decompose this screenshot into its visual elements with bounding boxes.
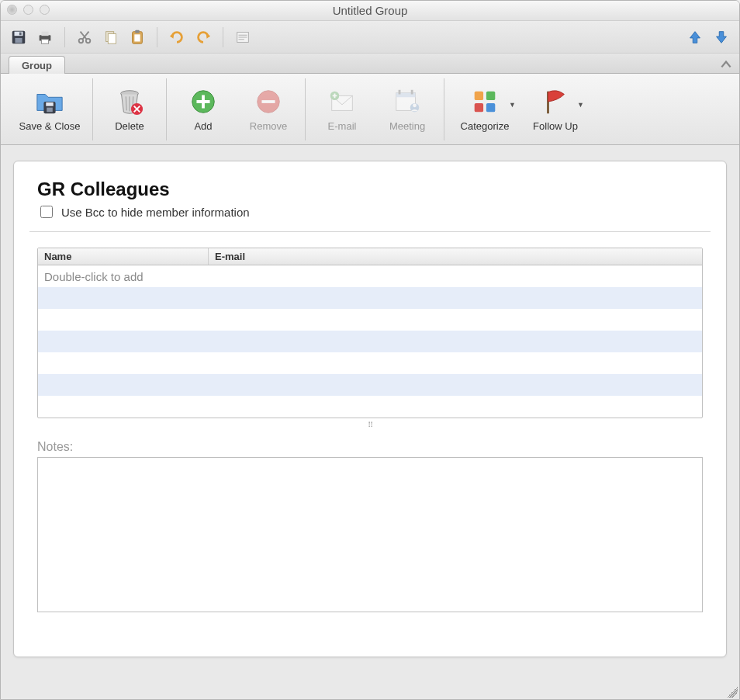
add-member-button[interactable]: Add <box>175 79 232 140</box>
categorize-label: Categorize <box>461 120 510 132</box>
calendar-meeting-icon <box>392 87 422 116</box>
remove-label: Remove <box>250 120 287 132</box>
table-body[interactable]: Double-click to add <box>38 265 702 418</box>
svg-rect-12 <box>135 29 140 33</box>
minus-circle-icon <box>254 87 283 116</box>
ribbon-group-delete: Delete <box>93 78 167 140</box>
categorize-button[interactable]: Categorize ▼ <box>452 79 517 140</box>
group-card: GR Colleagues Use Bcc to hide member inf… <box>13 161 727 657</box>
svg-rect-38 <box>475 103 483 112</box>
bcc-option-row[interactable]: Use Bcc to hide member information <box>37 203 703 220</box>
floppy-disk-icon <box>10 29 27 46</box>
divider <box>29 231 711 232</box>
paste-button[interactable] <box>126 26 149 49</box>
window-controls <box>7 5 50 15</box>
ribbon-group-file: Save & Close <box>7 78 93 140</box>
svg-rect-13 <box>134 34 140 41</box>
cut-button[interactable] <box>73 26 96 49</box>
ribbon-group-communicate: E-mail Meeting <box>306 78 444 140</box>
title-bar: Untitled Group <box>1 1 739 21</box>
redo-icon <box>195 29 212 46</box>
placeholder-text: Double-click to add <box>38 269 209 285</box>
categories-icon <box>470 87 500 116</box>
svg-rect-5 <box>41 31 48 36</box>
window-resize-grip[interactable] <box>727 687 738 698</box>
svg-rect-33 <box>411 90 413 95</box>
close-window-button[interactable] <box>7 5 17 15</box>
undo-button[interactable] <box>165 26 188 49</box>
bcc-checkbox[interactable] <box>40 206 53 218</box>
ribbon: Save & Close Delete <box>1 74 739 145</box>
save-and-close-button[interactable]: Save & Close <box>15 79 85 140</box>
quick-access-toolbar <box>1 21 739 54</box>
meeting-button[interactable]: Meeting <box>379 79 436 140</box>
copy-icon <box>102 29 119 46</box>
follow-up-button[interactable]: Follow Up ▼ <box>525 79 586 140</box>
trash-icon <box>115 87 144 116</box>
table-row[interactable] <box>38 331 702 352</box>
column-header-name[interactable]: Name <box>38 248 209 265</box>
clipboard-icon <box>129 29 146 46</box>
table-row[interactable] <box>38 287 702 309</box>
table-row[interactable] <box>38 374 702 396</box>
bcc-label-text: Use Bcc to hide member information <box>61 206 250 219</box>
minimize-window-button[interactable] <box>23 5 33 15</box>
dropdown-caret-icon: ▼ <box>577 101 584 109</box>
scissors-icon <box>76 29 93 46</box>
collapse-ribbon-button[interactable] <box>719 57 733 71</box>
undo-icon <box>168 29 185 46</box>
svg-rect-36 <box>475 92 483 100</box>
group-name-heading[interactable]: GR Colleagues <box>37 178 703 200</box>
svg-rect-20 <box>47 108 53 113</box>
plus-circle-icon <box>188 87 218 116</box>
remove-member-button[interactable]: Remove <box>240 79 297 140</box>
save-button[interactable] <box>7 26 30 49</box>
notes-textarea[interactable] <box>37 457 703 612</box>
table-row[interactable] <box>38 352 702 374</box>
ribbon-group-tags: Categorize ▼ Follow Up ▼ <box>444 78 593 140</box>
follow-up-label: Follow Up <box>533 120 578 132</box>
notes-label: Notes: <box>37 440 703 454</box>
svg-rect-32 <box>399 90 401 95</box>
meeting-label: Meeting <box>389 120 425 132</box>
svg-point-35 <box>413 103 417 107</box>
resize-grip-horizontal[interactable]: ⠿ <box>37 418 703 434</box>
tab-group[interactable]: Group <box>9 56 65 74</box>
options-button[interactable] <box>231 26 254 49</box>
save-and-close-label: Save & Close <box>19 120 81 132</box>
table-row-placeholder[interactable]: Double-click to add <box>38 265 702 287</box>
chevron-up-icon <box>719 57 733 71</box>
arrow-down-icon <box>713 29 730 46</box>
dropdown-caret-icon: ▼ <box>509 101 516 109</box>
svg-rect-10 <box>108 33 116 43</box>
table-header: Name E-mail <box>38 248 702 265</box>
members-table: Name E-mail Double-click to add <box>37 248 703 418</box>
add-label: Add <box>194 120 212 132</box>
window-title: Untitled Group <box>333 4 408 17</box>
envelope-icon <box>327 87 357 116</box>
content-area: GR Colleagues Use Bcc to hide member inf… <box>1 145 739 699</box>
column-header-email[interactable]: E-mail <box>209 248 702 265</box>
svg-rect-19 <box>46 102 54 106</box>
svg-rect-1 <box>15 31 23 36</box>
delete-label: Delete <box>115 120 144 132</box>
email-button[interactable]: E-mail <box>313 79 371 140</box>
delete-button[interactable]: Delete <box>101 79 158 140</box>
properties-icon <box>234 29 251 46</box>
redo-button[interactable] <box>192 26 215 49</box>
previous-item-button[interactable] <box>683 26 707 49</box>
ribbon-group-members: Add Remove <box>167 78 306 140</box>
svg-rect-6 <box>41 39 48 43</box>
table-row[interactable] <box>38 309 702 331</box>
svg-rect-2 <box>15 37 22 42</box>
svg-rect-3 <box>19 32 22 35</box>
print-button[interactable] <box>33 26 57 49</box>
printer-icon <box>36 29 54 46</box>
svg-rect-39 <box>486 103 495 112</box>
arrow-up-icon <box>686 29 704 46</box>
zoom-window-button[interactable] <box>40 5 50 15</box>
ribbon-tabs: Group <box>1 54 739 74</box>
table-row[interactable] <box>38 396 702 418</box>
next-item-button[interactable] <box>710 26 733 49</box>
copy-button[interactable] <box>99 26 123 49</box>
